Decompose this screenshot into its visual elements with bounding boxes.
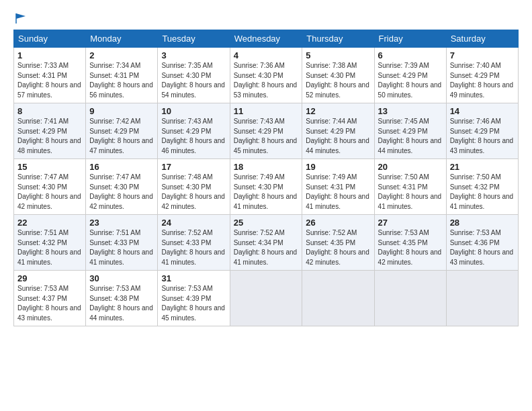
day-number: 31: [161, 273, 226, 283]
day-info: Sunrise: 7:35 AM Sunset: 4:30 PM Dayligh…: [161, 61, 226, 100]
calendar-cell: 5Sunrise: 7:38 AM Sunset: 4:30 PM Daylig…: [302, 48, 374, 103]
calendar-cell: 9Sunrise: 7:42 AM Sunset: 4:29 PM Daylig…: [86, 103, 158, 159]
day-info: Sunrise: 7:38 AM Sunset: 4:30 PM Dayligh…: [306, 61, 370, 100]
calendar-cell: 3Sunrise: 7:35 AM Sunset: 4:30 PM Daylig…: [158, 48, 230, 103]
day-info: Sunrise: 7:40 AM Sunset: 4:29 PM Dayligh…: [450, 61, 515, 100]
calendar-cell: 11Sunrise: 7:43 AM Sunset: 4:29 PM Dayli…: [230, 103, 302, 159]
day-info: Sunrise: 7:46 AM Sunset: 4:29 PM Dayligh…: [450, 117, 515, 156]
calendar-week-row: 29Sunrise: 7:53 AM Sunset: 4:37 PM Dayli…: [14, 271, 519, 326]
day-number: 7: [450, 50, 515, 60]
svg-marker-0: [16, 13, 26, 19]
weekday-header: Sunday: [14, 30, 86, 48]
day-info: Sunrise: 7:34 AM Sunset: 4:31 PM Dayligh…: [89, 61, 154, 100]
calendar-cell: 30Sunrise: 7:53 AM Sunset: 4:38 PM Dayli…: [86, 271, 158, 326]
day-info: Sunrise: 7:52 AM Sunset: 4:33 PM Dayligh…: [161, 228, 226, 267]
weekday-header: Friday: [374, 30, 446, 48]
day-info: Sunrise: 7:45 AM Sunset: 4:29 PM Dayligh…: [378, 117, 443, 156]
day-info: Sunrise: 7:53 AM Sunset: 4:39 PM Dayligh…: [161, 284, 226, 323]
day-info: Sunrise: 7:47 AM Sunset: 4:30 PM Dayligh…: [89, 173, 154, 212]
day-number: 6: [378, 50, 443, 60]
day-info: Sunrise: 7:53 AM Sunset: 4:36 PM Dayligh…: [450, 228, 515, 267]
calendar-cell: [374, 271, 446, 326]
calendar-cell: 18Sunrise: 7:49 AM Sunset: 4:30 PM Dayli…: [230, 159, 302, 215]
calendar-cell: 10Sunrise: 7:43 AM Sunset: 4:29 PM Dayli…: [158, 103, 230, 159]
day-number: 21: [450, 162, 515, 172]
calendar-table: SundayMondayTuesdayWednesdayThursdayFrid…: [13, 30, 519, 326]
calendar-cell: [230, 271, 302, 326]
day-number: 14: [450, 106, 515, 116]
day-number: 2: [89, 50, 154, 60]
day-info: Sunrise: 7:36 AM Sunset: 4:30 PM Dayligh…: [234, 61, 299, 100]
calendar-cell: 24Sunrise: 7:52 AM Sunset: 4:33 PM Dayli…: [158, 215, 230, 271]
day-info: Sunrise: 7:49 AM Sunset: 4:30 PM Dayligh…: [234, 173, 299, 212]
day-number: 4: [234, 50, 299, 60]
calendar-cell: 6Sunrise: 7:39 AM Sunset: 4:29 PM Daylig…: [374, 48, 446, 103]
day-info: Sunrise: 7:52 AM Sunset: 4:35 PM Dayligh…: [306, 228, 370, 267]
calendar-cell: 22Sunrise: 7:51 AM Sunset: 4:32 PM Dayli…: [14, 215, 86, 271]
day-number: 17: [161, 162, 226, 172]
calendar-cell: 20Sunrise: 7:50 AM Sunset: 4:31 PM Dayli…: [374, 159, 446, 215]
calendar-cell: 14Sunrise: 7:46 AM Sunset: 4:29 PM Dayli…: [446, 103, 518, 159]
weekday-header: Wednesday: [230, 30, 302, 48]
day-number: 8: [17, 106, 82, 116]
day-number: 26: [306, 218, 370, 228]
day-info: Sunrise: 7:51 AM Sunset: 4:33 PM Dayligh…: [89, 228, 154, 267]
day-info: Sunrise: 7:50 AM Sunset: 4:31 PM Dayligh…: [378, 173, 443, 212]
day-info: Sunrise: 7:50 AM Sunset: 4:32 PM Dayligh…: [450, 173, 515, 212]
day-number: 19: [306, 162, 370, 172]
calendar-cell: 25Sunrise: 7:52 AM Sunset: 4:34 PM Dayli…: [230, 215, 302, 271]
calendar-cell: 1Sunrise: 7:33 AM Sunset: 4:31 PM Daylig…: [14, 48, 86, 103]
calendar-cell: 19Sunrise: 7:49 AM Sunset: 4:31 PM Dayli…: [302, 159, 374, 215]
day-number: 5: [306, 50, 370, 60]
day-number: 28: [450, 218, 515, 228]
calendar-cell: 29Sunrise: 7:53 AM Sunset: 4:37 PM Dayli…: [14, 271, 86, 326]
day-info: Sunrise: 7:33 AM Sunset: 4:31 PM Dayligh…: [17, 61, 82, 100]
day-info: Sunrise: 7:53 AM Sunset: 4:38 PM Dayligh…: [89, 284, 154, 323]
header: [13, 12, 519, 24]
calendar-cell: 31Sunrise: 7:53 AM Sunset: 4:39 PM Dayli…: [158, 271, 230, 326]
day-number: 15: [17, 162, 82, 172]
calendar-cell: 2Sunrise: 7:34 AM Sunset: 4:31 PM Daylig…: [86, 48, 158, 103]
day-info: Sunrise: 7:53 AM Sunset: 4:37 PM Dayligh…: [17, 284, 82, 323]
day-number: 10: [161, 106, 226, 116]
day-number: 13: [378, 106, 443, 116]
day-number: 30: [89, 273, 154, 283]
page: SundayMondayTuesdayWednesdayThursdayFrid…: [0, 0, 532, 333]
calendar-cell: 28Sunrise: 7:53 AM Sunset: 4:36 PM Dayli…: [446, 215, 518, 271]
day-number: 9: [89, 106, 154, 116]
day-info: Sunrise: 7:48 AM Sunset: 4:30 PM Dayligh…: [161, 173, 226, 212]
day-info: Sunrise: 7:43 AM Sunset: 4:29 PM Dayligh…: [161, 117, 226, 156]
calendar-cell: [302, 271, 374, 326]
weekday-header: Saturday: [446, 30, 518, 48]
day-info: Sunrise: 7:42 AM Sunset: 4:29 PM Dayligh…: [89, 117, 154, 156]
calendar-cell: 27Sunrise: 7:53 AM Sunset: 4:35 PM Dayli…: [374, 215, 446, 271]
calendar-cell: 23Sunrise: 7:51 AM Sunset: 4:33 PM Dayli…: [86, 215, 158, 271]
weekday-header: Thursday: [302, 30, 374, 48]
calendar-week-row: 1Sunrise: 7:33 AM Sunset: 4:31 PM Daylig…: [14, 48, 519, 103]
day-info: Sunrise: 7:53 AM Sunset: 4:35 PM Dayligh…: [378, 228, 443, 267]
calendar-cell: 12Sunrise: 7:44 AM Sunset: 4:29 PM Dayli…: [302, 103, 374, 159]
logo: [13, 12, 27, 24]
day-info: Sunrise: 7:39 AM Sunset: 4:29 PM Dayligh…: [378, 61, 443, 100]
day-info: Sunrise: 7:47 AM Sunset: 4:30 PM Dayligh…: [17, 173, 82, 212]
day-number: 25: [234, 218, 299, 228]
calendar-cell: 4Sunrise: 7:36 AM Sunset: 4:30 PM Daylig…: [230, 48, 302, 103]
calendar-cell: 13Sunrise: 7:45 AM Sunset: 4:29 PM Dayli…: [374, 103, 446, 159]
day-number: 3: [161, 50, 226, 60]
day-number: 23: [89, 218, 154, 228]
calendar-week-row: 15Sunrise: 7:47 AM Sunset: 4:30 PM Dayli…: [14, 159, 519, 215]
day-info: Sunrise: 7:51 AM Sunset: 4:32 PM Dayligh…: [17, 228, 82, 267]
day-info: Sunrise: 7:44 AM Sunset: 4:29 PM Dayligh…: [306, 117, 370, 156]
calendar-cell: 8Sunrise: 7:41 AM Sunset: 4:29 PM Daylig…: [14, 103, 86, 159]
day-info: Sunrise: 7:41 AM Sunset: 4:29 PM Dayligh…: [17, 117, 82, 156]
day-number: 11: [234, 106, 299, 116]
weekday-header: Tuesday: [158, 30, 230, 48]
day-number: 24: [161, 218, 226, 228]
day-number: 22: [17, 218, 82, 228]
day-number: 27: [378, 218, 443, 228]
calendar-cell: 15Sunrise: 7:47 AM Sunset: 4:30 PM Dayli…: [14, 159, 86, 215]
day-number: 18: [234, 162, 299, 172]
weekday-header: Monday: [86, 30, 158, 48]
day-info: Sunrise: 7:49 AM Sunset: 4:31 PM Dayligh…: [306, 173, 370, 212]
calendar-cell: 21Sunrise: 7:50 AM Sunset: 4:32 PM Dayli…: [446, 159, 518, 215]
